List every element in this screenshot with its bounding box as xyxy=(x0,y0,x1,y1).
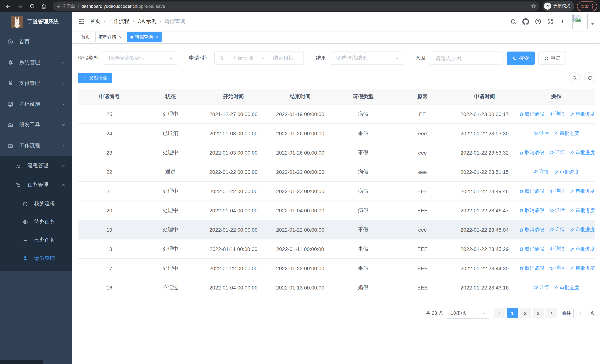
pen-icon xyxy=(570,247,574,251)
cell-actions: 详情 审批进度 xyxy=(517,278,595,297)
sidebar-item-task-management[interactable]: 任务管理 xyxy=(0,175,72,195)
next-page-button[interactable] xyxy=(546,308,557,318)
apply-time-range-picker[interactable]: 开始日期 - 结束日期 xyxy=(214,52,304,65)
leave-type-placeholder: 请选择请假类型 xyxy=(109,55,145,62)
result-placeholder: 请选择流结果 xyxy=(336,55,367,62)
help-icon[interactable] xyxy=(535,18,542,25)
trash-icon xyxy=(519,112,524,116)
table-row: 23 处理中 2022-01-03 00:00:00 2022-01-26 00… xyxy=(78,143,595,162)
sidebar-item-workflow[interactable]: 工作流程 xyxy=(0,135,72,156)
approval-progress-link[interactable]: 审批进度 xyxy=(554,169,579,175)
cancel-leave-link[interactable]: 取消请假 xyxy=(519,188,544,195)
browser-back-button[interactable] xyxy=(3,1,13,11)
fullscreen-icon[interactable] xyxy=(547,18,553,25)
sidebar-item-process-management[interactable]: 流程管理 xyxy=(0,156,72,175)
briefcase-icon xyxy=(7,143,13,149)
cancel-leave-link[interactable]: 取消请假 xyxy=(519,265,544,272)
font-size-icon[interactable]: TT xyxy=(559,19,564,24)
cancel-leave-link[interactable]: 取消请假 xyxy=(519,149,544,156)
sidebar-item-infrastructure[interactable]: 基础设施 xyxy=(0,94,72,114)
header-search-icon[interactable] xyxy=(510,18,517,25)
detail-link[interactable]: 详情 xyxy=(549,188,565,195)
sidebar-item-payment[interactable]: ¥ 支付管理 xyxy=(0,73,72,94)
search-icon xyxy=(513,56,517,61)
bookmark-star-icon[interactable] xyxy=(531,3,536,9)
not-secure-indicator[interactable]: 不安全 xyxy=(56,3,75,9)
toggle-search-button[interactable] xyxy=(569,72,580,84)
breadcrumb-oa-example[interactable]: OA 示例 xyxy=(138,18,157,25)
detail-link[interactable]: 详情 xyxy=(549,226,565,233)
breadcrumb-home[interactable]: 首页 xyxy=(90,18,100,25)
approval-progress-link[interactable]: 审批进度 xyxy=(570,226,595,233)
pen-icon xyxy=(570,112,574,116)
result-label: 结果 xyxy=(316,55,326,62)
browser-update-button[interactable]: 更新 xyxy=(577,1,597,11)
browser-reload-button[interactable] xyxy=(27,1,37,11)
cell-status: 处理中 xyxy=(141,239,200,259)
page-button-3[interactable]: 3 xyxy=(533,308,544,318)
goto-page-input[interactable] xyxy=(573,308,588,318)
page-size-select[interactable]: 10条/页 xyxy=(447,308,489,319)
breadcrumb-workflow[interactable]: 工作流程 xyxy=(109,18,129,25)
sidebar-item-dev-tools[interactable]: 研发工具 xyxy=(0,114,72,135)
detail-link[interactable]: 详情 xyxy=(549,111,565,117)
github-icon[interactable] xyxy=(522,18,529,25)
tab-process-detail[interactable]: 流程详情 × xyxy=(95,32,125,42)
approval-progress-link[interactable]: 审批进度 xyxy=(554,284,579,291)
cancel-leave-link[interactable]: 取消请假 xyxy=(519,111,544,118)
cancel-leave-link[interactable]: 取消请假 xyxy=(519,226,544,233)
sidebar-item-done-tasks[interactable]: 已办任务 xyxy=(0,231,72,249)
cell-apply-id: 24 xyxy=(78,124,141,143)
approval-progress-link[interactable]: 审批进度 xyxy=(554,130,579,137)
browser-forward-button[interactable] xyxy=(15,1,25,11)
sidebar-item-home[interactable]: 首页 xyxy=(0,31,72,52)
reason-input[interactable] xyxy=(430,52,503,65)
cancel-leave-link[interactable]: 取消请假 xyxy=(519,246,544,252)
cell-apply-time: 2022-01-22 23:46:04 xyxy=(452,220,517,239)
url-bar[interactable]: 不安全 dashboard.yudao.iocoder.cn/bpm/oa/le… xyxy=(53,1,539,11)
detail-link[interactable]: 详情 xyxy=(533,168,549,175)
sidebar-item-system[interactable]: 系统管理 xyxy=(0,52,72,73)
browser-home-button[interactable] xyxy=(38,1,49,11)
prev-page-button[interactable] xyxy=(494,308,505,318)
cell-end-time: 2022-01-22 00:00:00 xyxy=(267,220,334,239)
approval-progress-link[interactable]: 审批进度 xyxy=(570,188,595,195)
close-icon[interactable]: × xyxy=(155,34,158,40)
page-button-2[interactable]: 2 xyxy=(520,308,531,318)
search-button[interactable]: 搜索 xyxy=(506,52,535,65)
col-apply-time: 申请时间 xyxy=(452,89,517,104)
sidebar-item-todo-tasks[interactable]: 待办任务 xyxy=(0,213,72,231)
cancel-leave-link[interactable]: 取消请假 xyxy=(519,207,544,214)
result-select[interactable]: 请选择流结果 xyxy=(331,52,403,65)
refresh-table-button[interactable] xyxy=(584,72,595,84)
reset-button[interactable]: 重置 xyxy=(538,52,566,65)
detail-link[interactable]: 详情 xyxy=(533,284,549,291)
detail-link[interactable]: 详情 xyxy=(533,130,549,137)
approval-progress-link[interactable]: 审批进度 xyxy=(570,246,595,252)
hamburger-icon[interactable] xyxy=(78,18,85,25)
detail-link[interactable]: 详情 xyxy=(549,149,565,156)
detail-link[interactable]: 详情 xyxy=(549,246,565,252)
tab-home[interactable]: 首页 xyxy=(78,32,94,42)
approval-progress-link[interactable]: 审批进度 xyxy=(570,149,595,156)
sidebar-item-my-processes[interactable]: 我的流程 xyxy=(0,195,72,213)
chevron-down-icon xyxy=(61,60,66,65)
approval-progress-link[interactable]: 审批进度 xyxy=(570,207,595,214)
sidebar-item-leave-query[interactable]: 请假查询 xyxy=(0,249,72,267)
approval-progress-link[interactable]: 审批进度 xyxy=(570,111,595,118)
cell-end-time: 2022-01-26 00:00:00 xyxy=(267,143,334,162)
detail-link[interactable]: 详情 xyxy=(549,265,565,271)
dashboard-icon xyxy=(7,39,13,45)
cell-actions: 详情 审批进度 xyxy=(517,162,595,181)
page-button-1[interactable]: 1 xyxy=(507,308,518,318)
detail-link[interactable]: 详情 xyxy=(549,207,565,214)
close-icon[interactable]: × xyxy=(119,34,122,40)
browser-menu-icon[interactable] xyxy=(592,4,593,9)
user-menu[interactable] xyxy=(572,14,594,29)
create-leave-button[interactable]: 发起请假 xyxy=(78,73,112,83)
leave-type-select[interactable]: 请选择请假类型 xyxy=(103,52,177,65)
cell-end-time: 2022-01-19 00:00:00 xyxy=(267,104,334,124)
tab-leave-query[interactable]: 请假查询 × xyxy=(127,32,162,42)
approval-progress-link[interactable]: 审批进度 xyxy=(570,265,595,272)
cell-actions: 详情 审批进度 xyxy=(517,124,595,143)
